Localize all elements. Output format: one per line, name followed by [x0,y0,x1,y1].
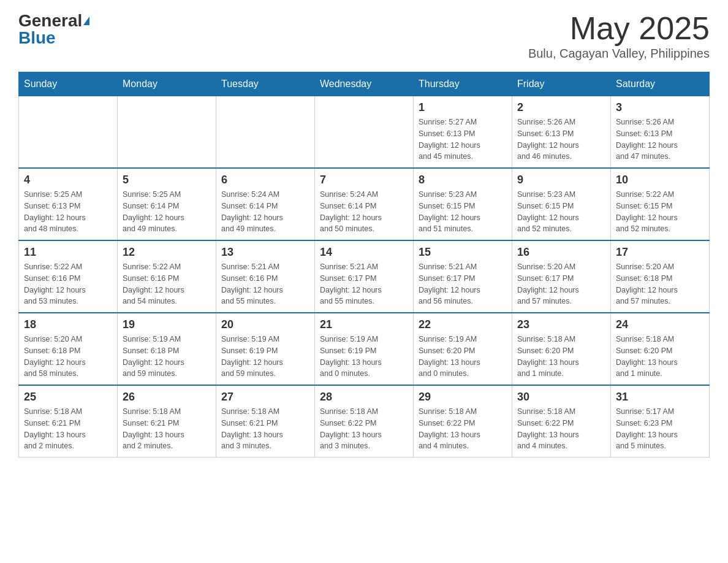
empty-cell [118,96,216,169]
calendar-day-2: 2Sunrise: 5:26 AM Sunset: 6:13 PM Daylig… [512,96,611,169]
day-info: Sunrise: 5:21 AM Sunset: 6:17 PM Dayligh… [419,261,507,307]
day-number: 12 [123,246,211,259]
day-info: Sunrise: 5:25 AM Sunset: 6:14 PM Dayligh… [123,189,211,235]
calendar-day-25: 25Sunrise: 5:18 AM Sunset: 6:21 PM Dayli… [19,385,118,458]
day-number: 19 [123,318,211,331]
location-text: Bulu, Cagayan Valley, Philippines [528,47,710,61]
day-number: 4 [24,174,112,186]
calendar-day-20: 20Sunrise: 5:19 AM Sunset: 6:19 PM Dayli… [216,313,315,385]
day-info: Sunrise: 5:26 AM Sunset: 6:13 PM Dayligh… [616,117,704,163]
calendar-day-24: 24Sunrise: 5:18 AM Sunset: 6:20 PM Dayli… [611,313,710,385]
day-number: 9 [517,174,605,186]
day-info: Sunrise: 5:23 AM Sunset: 6:15 PM Dayligh… [419,189,507,235]
day-info: Sunrise: 5:19 AM Sunset: 6:20 PM Dayligh… [419,334,507,380]
calendar-day-17: 17Sunrise: 5:20 AM Sunset: 6:18 PM Dayli… [611,240,710,313]
day-info: Sunrise: 5:18 AM Sunset: 6:22 PM Dayligh… [320,406,408,452]
col-header-wednesday: Wednesday [315,72,414,96]
day-info: Sunrise: 5:27 AM Sunset: 6:13 PM Dayligh… [419,117,507,163]
calendar-day-6: 6Sunrise: 5:24 AM Sunset: 6:14 PM Daylig… [216,168,315,240]
logo: General Blue [18,12,89,47]
calendar-day-12: 12Sunrise: 5:22 AM Sunset: 6:16 PM Dayli… [118,240,216,313]
day-number: 3 [616,101,704,114]
empty-cell [315,96,414,169]
day-number: 15 [419,246,507,259]
day-info: Sunrise: 5:18 AM Sunset: 6:21 PM Dayligh… [221,406,309,452]
day-info: Sunrise: 5:17 AM Sunset: 6:23 PM Dayligh… [616,406,704,452]
day-info: Sunrise: 5:19 AM Sunset: 6:18 PM Dayligh… [123,334,211,380]
col-header-saturday: Saturday [611,72,710,96]
calendar-day-8: 8Sunrise: 5:23 AM Sunset: 6:15 PM Daylig… [414,168,512,240]
calendar-day-5: 5Sunrise: 5:25 AM Sunset: 6:14 PM Daylig… [118,168,216,240]
calendar-day-19: 19Sunrise: 5:19 AM Sunset: 6:18 PM Dayli… [118,313,216,385]
day-number: 28 [320,391,408,404]
calendar-day-9: 9Sunrise: 5:23 AM Sunset: 6:15 PM Daylig… [512,168,611,240]
calendar-day-11: 11Sunrise: 5:22 AM Sunset: 6:16 PM Dayli… [19,240,118,313]
day-info: Sunrise: 5:22 AM Sunset: 6:16 PM Dayligh… [123,261,211,307]
day-number: 21 [320,318,408,331]
calendar-day-22: 22Sunrise: 5:19 AM Sunset: 6:20 PM Dayli… [414,313,512,385]
day-info: Sunrise: 5:24 AM Sunset: 6:14 PM Dayligh… [221,189,309,235]
calendar-header-row: SundayMondayTuesdayWednesdayThursdayFrid… [19,72,710,96]
calendar-week-row: 11Sunrise: 5:22 AM Sunset: 6:16 PM Dayli… [19,240,710,313]
col-header-sunday: Sunday [19,72,118,96]
col-header-tuesday: Tuesday [216,72,315,96]
calendar-day-21: 21Sunrise: 5:19 AM Sunset: 6:19 PM Dayli… [315,313,414,385]
day-number: 27 [221,391,309,404]
day-number: 10 [616,174,704,186]
calendar-day-10: 10Sunrise: 5:22 AM Sunset: 6:15 PM Dayli… [611,168,710,240]
day-number: 14 [320,246,408,259]
empty-cell [19,96,118,169]
day-info: Sunrise: 5:24 AM Sunset: 6:14 PM Dayligh… [320,189,408,235]
calendar-day-29: 29Sunrise: 5:18 AM Sunset: 6:22 PM Dayli… [414,385,512,458]
day-info: Sunrise: 5:18 AM Sunset: 6:22 PM Dayligh… [517,406,605,452]
calendar-week-row: 1Sunrise: 5:27 AM Sunset: 6:13 PM Daylig… [19,96,710,169]
day-number: 29 [419,391,507,404]
day-info: Sunrise: 5:22 AM Sunset: 6:16 PM Dayligh… [24,261,112,307]
day-number: 26 [123,391,211,404]
day-info: Sunrise: 5:25 AM Sunset: 6:13 PM Dayligh… [24,189,112,235]
calendar-day-28: 28Sunrise: 5:18 AM Sunset: 6:22 PM Dayli… [315,385,414,458]
day-number: 5 [123,174,211,186]
calendar-day-23: 23Sunrise: 5:18 AM Sunset: 6:20 PM Dayli… [512,313,611,385]
day-number: 31 [616,391,704,404]
month-title: May 2025 [528,12,710,44]
day-info: Sunrise: 5:23 AM Sunset: 6:15 PM Dayligh… [517,189,605,235]
day-info: Sunrise: 5:20 AM Sunset: 6:18 PM Dayligh… [24,334,112,380]
day-info: Sunrise: 5:26 AM Sunset: 6:13 PM Dayligh… [517,117,605,163]
day-number: 30 [517,391,605,404]
day-number: 24 [616,318,704,331]
calendar-day-15: 15Sunrise: 5:21 AM Sunset: 6:17 PM Dayli… [414,240,512,313]
logo-general-text: General [18,12,82,29]
calendar-day-18: 18Sunrise: 5:20 AM Sunset: 6:18 PM Dayli… [19,313,118,385]
calendar-day-4: 4Sunrise: 5:25 AM Sunset: 6:13 PM Daylig… [19,168,118,240]
calendar-table: SundayMondayTuesdayWednesdayThursdayFrid… [18,72,710,458]
calendar-day-3: 3Sunrise: 5:26 AM Sunset: 6:13 PM Daylig… [611,96,710,169]
calendar-day-30: 30Sunrise: 5:18 AM Sunset: 6:22 PM Dayli… [512,385,611,458]
col-header-friday: Friday [512,72,611,96]
calendar-day-26: 26Sunrise: 5:18 AM Sunset: 6:21 PM Dayli… [118,385,216,458]
day-info: Sunrise: 5:18 AM Sunset: 6:20 PM Dayligh… [517,334,605,380]
calendar-day-31: 31Sunrise: 5:17 AM Sunset: 6:23 PM Dayli… [611,385,710,458]
day-number: 1 [419,101,507,114]
day-number: 8 [419,174,507,186]
day-info: Sunrise: 5:22 AM Sunset: 6:15 PM Dayligh… [616,189,704,235]
day-number: 16 [517,246,605,259]
calendar-day-16: 16Sunrise: 5:20 AM Sunset: 6:17 PM Dayli… [512,240,611,313]
calendar-week-row: 4Sunrise: 5:25 AM Sunset: 6:13 PM Daylig… [19,168,710,240]
calendar-day-14: 14Sunrise: 5:21 AM Sunset: 6:17 PM Dayli… [315,240,414,313]
day-number: 22 [419,318,507,331]
calendar-day-7: 7Sunrise: 5:24 AM Sunset: 6:14 PM Daylig… [315,168,414,240]
day-info: Sunrise: 5:20 AM Sunset: 6:17 PM Dayligh… [517,261,605,307]
day-info: Sunrise: 5:18 AM Sunset: 6:20 PM Dayligh… [616,334,704,380]
day-number: 25 [24,391,112,404]
day-number: 7 [320,174,408,186]
calendar-week-row: 25Sunrise: 5:18 AM Sunset: 6:21 PM Dayli… [19,385,710,458]
logo-triangle-icon [83,17,89,25]
col-header-thursday: Thursday [414,72,512,96]
logo-blue-text: Blue [18,29,56,47]
day-number: 11 [24,246,112,259]
day-info: Sunrise: 5:21 AM Sunset: 6:17 PM Dayligh… [320,261,408,307]
calendar-day-1: 1Sunrise: 5:27 AM Sunset: 6:13 PM Daylig… [414,96,512,169]
page-header: General Blue May 2025 Bulu, Cagayan Vall… [18,12,710,61]
col-header-monday: Monday [118,72,216,96]
